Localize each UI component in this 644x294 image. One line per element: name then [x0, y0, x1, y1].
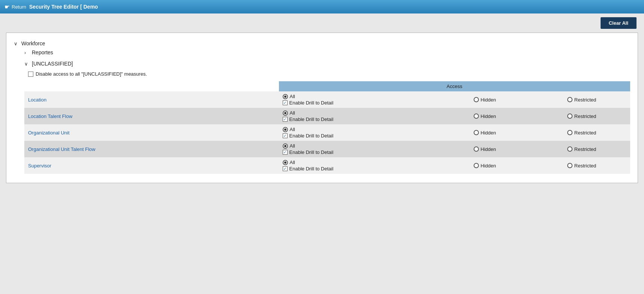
drill-checkbox[interactable] — [283, 117, 288, 122]
restricted-cell: Restricted — [533, 108, 630, 124]
page-title: Security Tree Editor [ Demo — [29, 4, 98, 10]
hidden-radio[interactable] — [474, 97, 479, 102]
all-radio[interactable] — [283, 160, 288, 165]
all-radio[interactable] — [283, 143, 288, 149]
access-table: Access Location All Enable Drill to Deta… — [24, 81, 630, 174]
all-label: All — [290, 94, 295, 99]
drill-checkbox[interactable] — [283, 100, 288, 105]
all-drill-cell: All Enable Drill to Detail — [279, 108, 437, 124]
hidden-label: Hidden — [481, 113, 496, 119]
restricted-radio[interactable] — [567, 113, 572, 119]
table-row: Supervisor All Enable Drill to Detail Hi… — [24, 157, 630, 174]
table-row: Location Talent Flow All Enable Drill to… — [24, 108, 630, 124]
hidden-label: Hidden — [481, 130, 496, 136]
hidden-cell: Hidden — [436, 157, 533, 174]
drill-label: Enable Drill to Detail — [289, 100, 334, 106]
all-label: All — [290, 127, 295, 132]
toolbar: Clear All — [6, 17, 638, 29]
unclassified-header[interactable]: ∨ [UNCLASSIFIED] — [24, 59, 630, 68]
workforce-header[interactable]: ∨ Workforce — [14, 39, 630, 48]
hidden-label: Hidden — [481, 163, 496, 169]
hidden-radio[interactable] — [474, 146, 479, 152]
restricted-cell: Restricted — [533, 91, 630, 108]
restricted-cell: Restricted — [533, 141, 630, 157]
return-icon: ☛ — [4, 3, 10, 10]
main-content: Clear All ∨ Workforce › Reportes ∨ [UNC — [0, 13, 644, 294]
hidden-cell: Hidden — [436, 91, 533, 108]
drill-checkbox[interactable] — [283, 166, 288, 171]
restricted-cell: Restricted — [533, 157, 630, 174]
all-drill-cell: All Enable Drill to Detail — [279, 141, 437, 157]
drill-checkbox[interactable] — [283, 133, 288, 138]
unclassified-label: [UNCLASSIFIED] — [32, 61, 73, 67]
access-table-header: Access — [24, 81, 630, 91]
workforce-toggle[interactable]: ∨ — [14, 41, 19, 46]
header-empty-cell — [24, 81, 279, 91]
unclassified-toggle[interactable]: ∨ — [24, 61, 30, 67]
all-radio[interactable] — [283, 127, 288, 132]
disable-access-row: Disable access to all "[UNCLASSIFIED]" m… — [28, 71, 630, 77]
workforce-children: › Reportes ∨ [UNCLASSIFIED] Disable acce… — [24, 48, 630, 174]
drill-label: Enable Drill to Detail — [289, 133, 334, 139]
clear-all-button[interactable]: Clear All — [601, 17, 637, 29]
return-button[interactable]: ☛ Return — [4, 3, 26, 10]
all-label: All — [290, 110, 295, 116]
restricted-label: Restricted — [574, 146, 596, 152]
workforce-label: Workforce — [21, 40, 45, 46]
table-row: Location All Enable Drill to Detail Hidd… — [24, 91, 630, 108]
restricted-radio[interactable] — [567, 97, 572, 102]
hidden-cell: Hidden — [436, 108, 533, 124]
restricted-radio[interactable] — [567, 163, 572, 168]
hidden-cell: Hidden — [436, 141, 533, 157]
all-radio[interactable] — [283, 110, 288, 116]
restricted-label: Restricted — [574, 130, 596, 136]
drill-label: Enable Drill to Detail — [289, 166, 334, 172]
workforce-node: ∨ Workforce › Reportes ∨ [UNCLASSIFIED] — [14, 39, 630, 174]
row-label[interactable]: Supervisor — [24, 157, 279, 174]
table-row: Organizational Unit Talent Flow All Enab… — [24, 141, 630, 157]
hidden-radio[interactable] — [474, 130, 479, 135]
hidden-radio[interactable] — [474, 113, 479, 119]
restricted-cell: Restricted — [533, 124, 630, 141]
header-bar: ☛ Return Security Tree Editor [ Demo — [0, 0, 644, 13]
restricted-label: Restricted — [574, 113, 596, 119]
restricted-label: Restricted — [574, 163, 596, 169]
reportes-header[interactable]: › Reportes — [24, 48, 630, 57]
all-drill-cell: All Enable Drill to Detail — [279, 91, 437, 108]
disable-access-checkbox[interactable] — [28, 72, 33, 77]
drill-checkbox[interactable] — [283, 150, 288, 155]
hidden-radio[interactable] — [474, 163, 479, 168]
reportes-toggle[interactable]: › — [24, 50, 30, 55]
row-label[interactable]: Organizational Unit Talent Flow — [24, 141, 279, 157]
restricted-label: Restricted — [574, 97, 596, 103]
row-label[interactable]: Location Talent Flow — [24, 108, 279, 124]
all-label: All — [290, 160, 295, 165]
row-label[interactable]: Location — [24, 91, 279, 108]
all-label: All — [290, 143, 295, 149]
return-label: Return — [12, 4, 26, 10]
restricted-radio[interactable] — [567, 130, 572, 135]
access-header-cell: Access — [279, 81, 630, 91]
content-panel: ∨ Workforce › Reportes ∨ [UNCLASSIFIED] — [6, 33, 638, 183]
disable-access-label: Disable access to all "[UNCLASSIFIED]" m… — [36, 71, 147, 77]
unclassified-node: ∨ [UNCLASSIFIED] Disable access to all "… — [24, 59, 630, 174]
restricted-radio[interactable] — [567, 146, 572, 152]
reportes-label: Reportes — [32, 49, 53, 55]
all-radio[interactable] — [283, 94, 288, 99]
hidden-cell: Hidden — [436, 124, 533, 141]
hidden-label: Hidden — [481, 97, 496, 103]
drill-label: Enable Drill to Detail — [289, 149, 334, 155]
row-label[interactable]: Organizational Unit — [24, 124, 279, 141]
table-row: Organizational Unit All Enable Drill to … — [24, 124, 630, 141]
hidden-label: Hidden — [481, 146, 496, 152]
all-drill-cell: All Enable Drill to Detail — [279, 124, 437, 141]
all-drill-cell: All Enable Drill to Detail — [279, 157, 437, 174]
drill-label: Enable Drill to Detail — [289, 116, 334, 122]
